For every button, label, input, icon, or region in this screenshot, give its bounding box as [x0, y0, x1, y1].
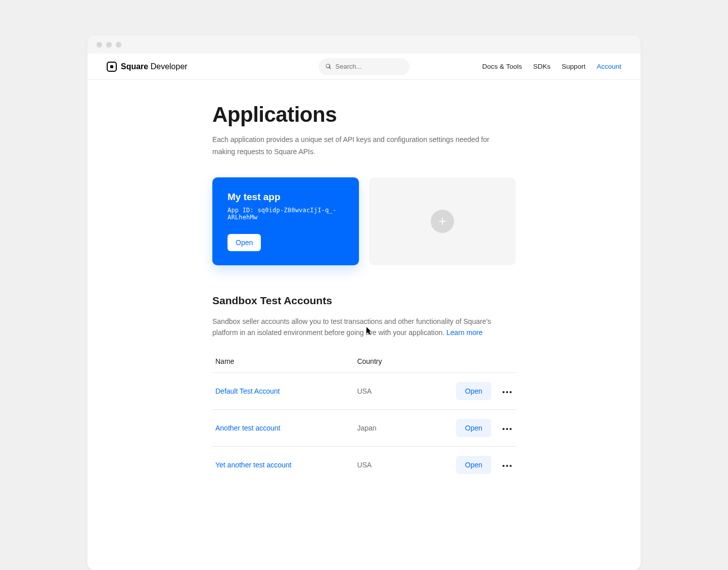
open-account-button[interactable]: Open	[456, 419, 491, 437]
sandbox-section-description: Sandbox seller accounts allow you to tes…	[212, 316, 516, 339]
nav-link-support[interactable]: Support	[562, 63, 585, 70]
search-bar[interactable]	[318, 58, 410, 75]
main-content: Applications Each application provides a…	[212, 80, 516, 483]
account-country: USA	[354, 373, 407, 410]
account-name-link[interactable]: Another test account	[212, 410, 354, 447]
brand-logo[interactable]: Square Developer	[107, 62, 188, 72]
window-titlebar	[87, 35, 641, 54]
plus-icon	[437, 216, 447, 226]
col-country: Country	[354, 350, 407, 373]
window-close-dot[interactable]	[97, 42, 102, 48]
window-maximize-dot[interactable]	[116, 42, 121, 48]
add-app-card[interactable]	[369, 177, 516, 265]
ellipsis-icon	[503, 428, 505, 430]
open-account-button[interactable]: Open	[456, 456, 491, 474]
search-icon	[326, 63, 331, 70]
more-actions-button[interactable]	[502, 426, 513, 432]
window-minimize-dot[interactable]	[106, 42, 112, 48]
open-app-button[interactable]: Open	[228, 234, 261, 251]
sandbox-section-title: Sandbox Test Accounts	[212, 295, 516, 307]
account-country: USA	[354, 447, 407, 484]
app-card-name: My test app	[228, 192, 344, 203]
nav-link-sdks[interactable]: SDKs	[533, 63, 551, 70]
add-app-circle	[431, 210, 454, 233]
nav-link-account[interactable]: Account	[597, 63, 621, 70]
ellipsis-icon	[503, 465, 505, 467]
table-row: Yet another test account USA Open	[212, 447, 516, 484]
learn-more-link[interactable]: Learn more	[446, 328, 483, 337]
sandbox-accounts-table: Name Country Default Test Account USA Op…	[212, 350, 516, 483]
app-window: Square Developer Docs & Tools SDKs Suppo…	[87, 35, 641, 570]
page-description: Each application provides a unique set o…	[212, 134, 511, 158]
app-cards-row: My test app App ID: sq0idp-Z80wvacIjI-q_…	[212, 177, 516, 265]
more-actions-button[interactable]	[502, 463, 513, 469]
brand-name: Square	[121, 62, 148, 71]
square-logo-icon	[107, 62, 117, 72]
open-account-button[interactable]: Open	[456, 382, 491, 400]
account-name-link[interactable]: Default Test Account	[212, 373, 354, 410]
account-country: Japan	[354, 410, 407, 447]
account-name-link[interactable]: Yet another test account	[212, 447, 354, 484]
top-nav: Square Developer Docs & Tools SDKs Suppo…	[87, 54, 641, 80]
ellipsis-icon	[503, 391, 505, 393]
table-row: Default Test Account USA Open	[212, 373, 516, 410]
table-row: Another test account Japan Open	[212, 410, 516, 447]
nav-links: Docs & Tools SDKs Support Account	[482, 63, 621, 70]
app-card-id: App ID: sq0idp-Z80wvacIjI-q_-ARLhehMw	[228, 207, 344, 221]
page-title: Applications	[212, 103, 516, 127]
app-card[interactable]: My test app App ID: sq0idp-Z80wvacIjI-q_…	[212, 177, 359, 265]
search-input[interactable]	[335, 63, 402, 70]
nav-link-docs[interactable]: Docs & Tools	[482, 63, 522, 70]
col-actions	[407, 350, 516, 373]
col-name: Name	[212, 350, 354, 373]
more-actions-button[interactable]	[502, 389, 513, 395]
brand-sub: Developer	[151, 62, 188, 71]
cursor-icon	[367, 327, 373, 335]
